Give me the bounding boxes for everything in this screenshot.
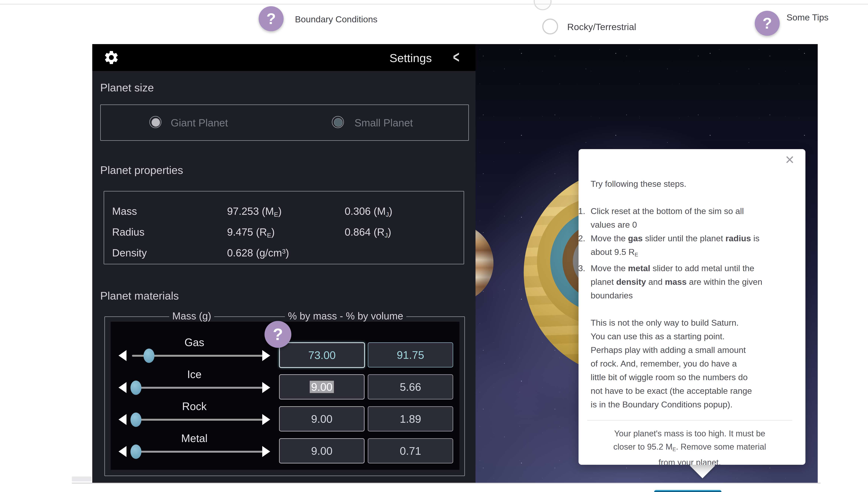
rock-label: Rock xyxy=(119,400,270,413)
small-planet-label: Small Planet xyxy=(354,117,413,129)
settings-panel-header: Settings < xyxy=(92,44,475,71)
boundary-conditions-label: Boundary Conditions xyxy=(295,14,377,25)
list-item: 3. Move the metal slider to add metal un… xyxy=(590,262,792,302)
some-tips-help-icon[interactable]: ? xyxy=(755,11,780,36)
step-number: 3. xyxy=(579,262,588,275)
ice-slider-track[interactable] xyxy=(132,387,264,389)
tips-popup: × Try following these steps. 1. Click re… xyxy=(579,149,806,465)
metal-pct-volume-field[interactable]: 0.71 xyxy=(368,438,453,463)
slider-decrease-arrow-icon[interactable] xyxy=(119,382,127,393)
list-item: 1. Click reset at the bottom of the sim … xyxy=(590,204,792,231)
scrollbar-fragment[interactable] xyxy=(72,476,91,482)
radius-earth-value: 9.475 (RE) xyxy=(227,226,275,239)
metal-row: Metal 9.00 0.71 xyxy=(110,432,459,464)
settings-title: Settings xyxy=(390,51,432,65)
rock-pct-volume-field[interactable]: 1.89 xyxy=(368,406,453,432)
giant-planet-radio[interactable] xyxy=(149,116,161,128)
planet-properties-heading: Planet properties xyxy=(100,164,183,176)
metal-slider-thumb[interactable] xyxy=(130,444,141,459)
density-label: Density xyxy=(112,247,147,259)
ice-pct-volume-field[interactable]: 5.66 xyxy=(368,374,453,399)
percent-columns-legend: % by mass - % by volume xyxy=(285,310,406,322)
rock-row: Rock 9.00 1.89 xyxy=(110,400,459,432)
planet-size-heading: Planet size xyxy=(100,81,154,94)
mass-jupiter-value: 0.306 (MJ) xyxy=(345,205,392,218)
settings-panel: Settings < Planet size Giant Planet Smal… xyxy=(92,44,475,484)
step-number: 2. xyxy=(579,231,588,245)
ice-pct-mass-input[interactable]: 9.00 xyxy=(279,374,365,399)
gear-icon[interactable] xyxy=(103,49,120,66)
ice-row: Ice 9.00 5.66 xyxy=(110,368,459,400)
partially-scrolled-radio xyxy=(534,0,552,10)
slider-increase-arrow-icon[interactable] xyxy=(262,382,270,393)
slider-decrease-arrow-icon[interactable] xyxy=(119,350,127,361)
planet-size-box: Giant Planet Small Planet xyxy=(100,104,469,141)
bottom-button-fragment[interactable] xyxy=(654,490,721,492)
step-text: Move the gas slider until the planet rad… xyxy=(590,233,760,257)
rock-slider-thumb[interactable] xyxy=(130,413,141,427)
gas-slider-thumb[interactable] xyxy=(143,349,155,363)
slider-decrease-arrow-icon[interactable] xyxy=(119,446,127,457)
step-text: Click reset at the bottom of the sim so … xyxy=(590,206,744,229)
popup-paragraph: This is not the only way to build Saturn… xyxy=(590,316,792,411)
metal-label: Metal xyxy=(119,432,270,444)
collapse-panel-chevron-icon[interactable]: < xyxy=(453,47,459,67)
rocky-terrestrial-label: Rocky/Terrestrial xyxy=(567,21,636,32)
bottom-divider xyxy=(72,483,820,484)
gas-label: Gas xyxy=(119,336,270,349)
rock-pct-mass-input[interactable]: 9.00 xyxy=(279,406,365,432)
some-tips-label: Some Tips xyxy=(787,12,836,23)
planet-properties-box: Mass 97.253 (ME) 0.306 (MJ) Radius 9.475… xyxy=(104,191,464,264)
selected-text: 9.00 xyxy=(310,381,334,393)
mass-warning-text: Your planet's mass is too high. It must … xyxy=(587,427,792,465)
rocky-terrestrial-radio[interactable] xyxy=(542,19,558,34)
step-text: Move the metal slider to add metal until… xyxy=(590,264,762,300)
metal-pct-mass-input[interactable]: 9.00 xyxy=(279,438,365,463)
mass-earth-value: 97.253 (ME) xyxy=(227,205,282,218)
popup-divider xyxy=(587,420,792,420)
slider-increase-arrow-icon[interactable] xyxy=(262,414,270,425)
radius-jupiter-value: 0.864 (RJ) xyxy=(345,226,391,239)
density-value: 0.628 (g/cm3) xyxy=(227,247,289,259)
radius-label: Radius xyxy=(112,226,144,238)
planet-materials-heading: Planet materials xyxy=(100,289,179,302)
slider-decrease-arrow-icon[interactable] xyxy=(119,414,127,425)
materials-help-icon[interactable]: ? xyxy=(264,321,291,348)
popup-intro: Try following these steps. xyxy=(590,177,792,191)
giant-planet-label: Giant Planet xyxy=(171,117,228,129)
question-mark-icon: ? xyxy=(763,15,772,32)
mass-column-legend: Mass (g) xyxy=(169,310,214,322)
radio-dot xyxy=(334,118,343,127)
radio-dot xyxy=(152,118,160,127)
rock-slider-track[interactable] xyxy=(132,419,264,421)
gas-pct-mass-input[interactable]: 73.00 xyxy=(279,342,365,368)
slider-increase-arrow-icon[interactable] xyxy=(262,446,270,457)
boundary-conditions-help-icon[interactable]: ? xyxy=(259,6,284,31)
popup-steps: 1. Click reset at the bottom of the sim … xyxy=(590,204,792,302)
list-item: 2. Move the gas slider until the planet … xyxy=(590,231,792,262)
small-planet-radio[interactable] xyxy=(332,116,344,128)
question-mark-icon: ? xyxy=(273,325,283,344)
ice-slider-thumb[interactable] xyxy=(130,380,141,395)
slider-increase-arrow-icon[interactable] xyxy=(262,350,270,361)
top-divider xyxy=(0,4,868,4)
metal-slider-track[interactable] xyxy=(132,451,264,453)
step-number: 1. xyxy=(579,204,588,218)
question-mark-icon: ? xyxy=(266,10,276,27)
mass-label: Mass xyxy=(112,205,137,217)
gas-pct-volume-field[interactable]: 91.75 xyxy=(368,342,453,368)
ice-label: Ice xyxy=(119,368,270,380)
